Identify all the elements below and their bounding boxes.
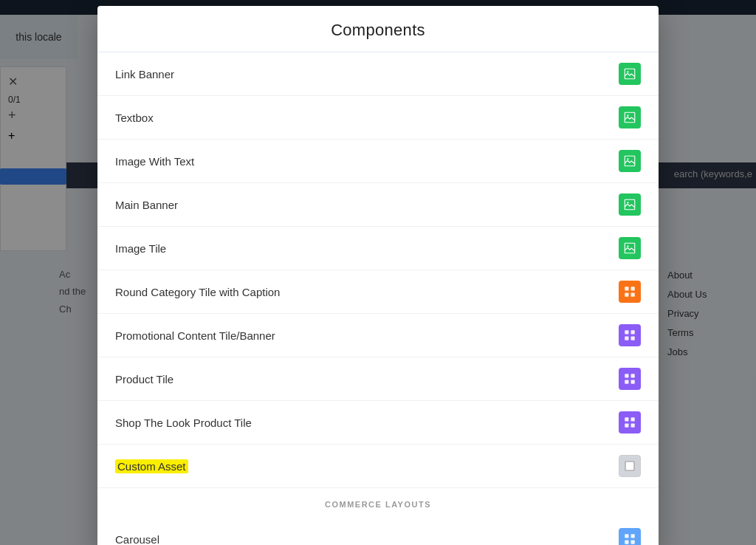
component-label-promotional-content: Promotional Content Tile/Banner — [115, 329, 275, 342]
component-item-image-with-text[interactable]: Image With Text — [97, 140, 659, 183]
svg-rect-16 — [625, 337, 628, 340]
svg-rect-26 — [625, 462, 634, 470]
svg-rect-27 — [625, 534, 628, 538]
component-icon-image-with-text — [619, 150, 641, 172]
section-header-commerce-layouts: COMMERCE LAYOUTS — [97, 488, 659, 518]
svg-rect-14 — [625, 330, 628, 334]
component-icon-promotional-content — [619, 324, 641, 346]
svg-rect-13 — [631, 293, 635, 297]
svg-rect-10 — [625, 287, 628, 290]
component-item-promotional-content[interactable]: Promotional Content Tile/Banner — [97, 314, 659, 357]
svg-rect-11 — [631, 287, 635, 290]
component-item-round-category-tile[interactable]: Round Category Tile with Caption — [97, 270, 659, 314]
svg-rect-15 — [631, 330, 635, 334]
component-item-link-banner[interactable]: Link Banner — [97, 52, 659, 96]
svg-point-5 — [627, 158, 628, 160]
component-item-shop-the-look[interactable]: Shop The Look Product Tile — [97, 401, 659, 445]
component-label-carousel: Carousel — [115, 533, 159, 546]
component-icon-custom-asset — [619, 455, 641, 477]
component-label-link-banner: Link Banner — [115, 68, 174, 80]
svg-rect-18 — [625, 374, 628, 377]
component-label-textbox: Textbox — [115, 112, 154, 124]
svg-point-3 — [627, 114, 628, 116]
component-item-carousel[interactable]: Carousel — [97, 518, 659, 545]
svg-point-7 — [627, 202, 628, 203]
svg-rect-22 — [625, 417, 628, 421]
component-item-custom-asset[interactable]: Custom Asset — [97, 445, 659, 488]
svg-rect-4 — [625, 156, 635, 166]
svg-point-1 — [627, 71, 628, 72]
component-icon-product-tile — [619, 368, 641, 390]
svg-rect-24 — [625, 424, 628, 428]
component-icon-shop-the-look — [619, 411, 641, 433]
component-label-image-tile: Image Tile — [115, 242, 166, 255]
svg-rect-6 — [625, 199, 635, 210]
component-item-image-tile[interactable]: Image Tile — [97, 227, 659, 270]
svg-rect-8 — [625, 243, 635, 253]
component-icon-image-tile — [619, 237, 641, 259]
component-icon-round-category-tile — [619, 281, 641, 303]
modal-title: Components — [115, 21, 641, 40]
component-label-image-with-text: Image With Text — [115, 155, 194, 168]
component-icon-carousel — [619, 528, 641, 545]
svg-rect-30 — [631, 541, 635, 544]
svg-rect-23 — [631, 417, 635, 421]
svg-rect-12 — [625, 293, 628, 297]
modal-header: Components — [97, 6, 659, 52]
components-list: Link Banner Textbox Image With Text Main… — [97, 52, 659, 545]
svg-rect-17 — [631, 337, 635, 340]
svg-rect-20 — [625, 380, 628, 384]
component-label-main-banner: Main Banner — [115, 199, 178, 211]
svg-point-9 — [627, 245, 628, 247]
modal-overlay: Components Link Banner Textbox Image Wit… — [0, 0, 756, 545]
svg-rect-28 — [631, 534, 635, 538]
component-item-textbox[interactable]: Textbox — [97, 96, 659, 140]
svg-rect-21 — [631, 380, 635, 384]
component-icon-textbox — [619, 106, 641, 128]
component-icon-link-banner — [619, 63, 641, 85]
svg-rect-29 — [625, 541, 628, 544]
component-item-main-banner[interactable]: Main Banner — [97, 183, 659, 227]
component-label-product-tile: Product Tile — [115, 373, 173, 385]
svg-rect-19 — [631, 374, 635, 377]
components-modal: Components Link Banner Textbox Image Wit… — [97, 6, 659, 545]
component-item-product-tile[interactable]: Product Tile — [97, 357, 659, 401]
component-label-shop-the-look: Shop The Look Product Tile — [115, 417, 252, 429]
component-label-custom-asset: Custom Asset — [115, 459, 188, 473]
svg-rect-25 — [631, 424, 635, 428]
modal-body: Link Banner Textbox Image With Text Main… — [97, 52, 659, 545]
component-icon-main-banner — [619, 193, 641, 216]
svg-rect-0 — [625, 69, 635, 79]
svg-rect-2 — [625, 112, 635, 123]
component-label-round-category-tile: Round Category Tile with Caption — [115, 286, 280, 298]
